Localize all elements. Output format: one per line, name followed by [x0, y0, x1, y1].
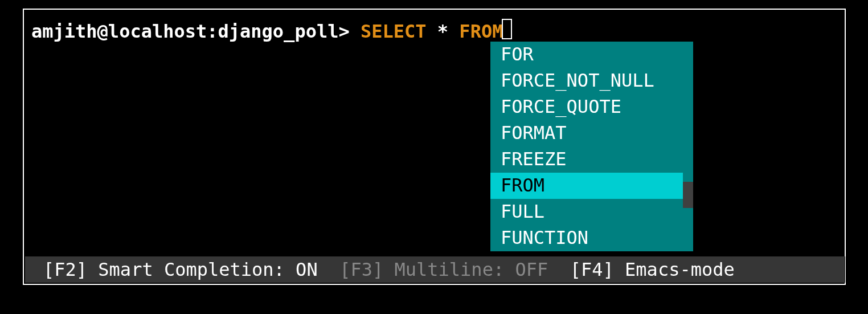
f2-key-hint: [F2]	[43, 259, 87, 280]
scrollbar-gap	[683, 182, 693, 208]
f2-label: Smart Completion: ON	[87, 259, 339, 280]
scrollbar-thumb[interactable]	[683, 42, 693, 182]
sql-star: *	[437, 21, 448, 42]
text-cursor	[502, 19, 512, 39]
terminal-window: amjith@localhost:django_poll> SELECT * F…	[23, 9, 846, 285]
sql-from-keyword: FROM	[459, 21, 503, 42]
completion-item[interactable]: FULL	[490, 199, 683, 225]
completion-scrollbar[interactable]	[683, 42, 693, 251]
completion-menu[interactable]: FOR FORCE_NOT_NULL FORCE_QUOTE FORMAT FR…	[490, 42, 683, 251]
status-bar: [F2] Smart Completion: ON [F3] Multiline…	[25, 256, 845, 283]
completion-item[interactable]: FORCE_NOT_NULL	[490, 68, 683, 94]
f4-key-hint: [F4]	[570, 259, 614, 280]
completion-item[interactable]: FREEZE	[490, 146, 683, 173]
completion-item[interactable]: FORMAT	[490, 120, 683, 146]
completion-item[interactable]: FOR	[490, 42, 683, 68]
f3-label: Multiline: OFF	[383, 259, 570, 280]
completion-item[interactable]: FUNCTION	[490, 225, 683, 251]
f4-label: Emacs-mode	[614, 259, 735, 280]
scrollbar-thumb[interactable]	[683, 208, 693, 251]
prompt-prefix: amjith@localhost:django_poll>	[31, 21, 350, 42]
sql-select-keyword: SELECT	[361, 21, 427, 42]
prompt-line[interactable]: amjith@localhost:django_poll> SELECT * F…	[31, 17, 512, 42]
f3-key-hint: [F3]	[339, 259, 383, 280]
completion-item[interactable]: FORCE_QUOTE	[490, 94, 683, 120]
completion-item-selected[interactable]: FROM	[490, 173, 683, 199]
